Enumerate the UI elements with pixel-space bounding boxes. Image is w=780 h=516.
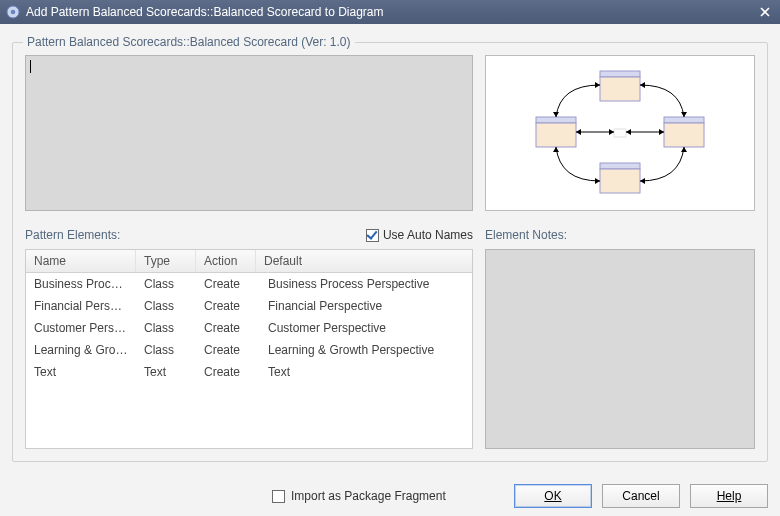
svg-marker-23: [681, 147, 687, 152]
close-icon: [760, 7, 770, 17]
client-area: Pattern Balanced Scorecards::Balanced Sc…: [0, 24, 780, 516]
cell-type: Text: [136, 363, 196, 381]
table-row[interactable]: Financial Perspec…ClassCreateFinancial P…: [26, 295, 472, 317]
element-notes-label: Element Notes:: [485, 228, 755, 242]
svg-marker-24: [640, 178, 645, 184]
svg-marker-13: [609, 129, 614, 135]
text-caret: [30, 60, 31, 73]
svg-marker-19: [640, 82, 645, 88]
window-title: Add Pattern Balanced Scorecards::Balance…: [26, 5, 756, 19]
top-row: [25, 55, 755, 211]
cell-type: Class: [136, 297, 196, 315]
use-auto-names-checkbox[interactable]: Use Auto Names: [366, 228, 473, 242]
svg-rect-7: [536, 123, 576, 147]
table-row[interactable]: Business Process …ClassCreateBusiness Pr…: [26, 273, 472, 295]
svg-rect-4: [600, 163, 640, 169]
cell-type: Class: [136, 341, 196, 359]
cell-default: Text: [256, 363, 472, 381]
cell-name: Learning & Growt…: [26, 341, 136, 359]
svg-rect-3: [600, 77, 640, 101]
svg-marker-16: [659, 129, 664, 135]
pattern-preview: [485, 55, 755, 211]
table-row[interactable]: Customer Perspec…ClassCreateCustomer Per…: [26, 317, 472, 339]
close-button[interactable]: [756, 3, 774, 21]
group-title: Pattern Balanced Scorecards::Balanced Sc…: [23, 35, 355, 49]
ok-button[interactable]: OK: [514, 484, 592, 508]
element-notes-textarea[interactable]: [485, 249, 755, 449]
cancel-button[interactable]: Cancel: [602, 484, 680, 508]
cell-action: Create: [196, 297, 256, 315]
table-row[interactable]: TextTextCreateText: [26, 361, 472, 383]
element-notes-header: Element Notes:: [485, 225, 755, 245]
cell-type: Class: [136, 319, 196, 337]
use-auto-names-label: Use Auto Names: [383, 228, 473, 242]
pattern-elements-section: Pattern Elements: Use Auto Names Name Ty…: [25, 225, 473, 449]
svg-marker-21: [553, 147, 559, 152]
svg-marker-22: [595, 178, 600, 184]
col-name[interactable]: Name: [26, 250, 136, 272]
table-body: Business Process …ClassCreateBusiness Pr…: [26, 273, 472, 448]
cell-name: Business Process …: [26, 275, 136, 293]
svg-rect-8: [664, 117, 704, 123]
cell-name: Customer Perspec…: [26, 319, 136, 337]
import-fragment-label: Import as Package Fragment: [291, 489, 446, 503]
checkbox-icon: [366, 229, 379, 242]
cell-action: Create: [196, 319, 256, 337]
svg-point-1: [11, 10, 16, 15]
svg-marker-15: [626, 129, 631, 135]
cell-default: Learning & Growth Perspective: [256, 341, 472, 359]
description-textarea[interactable]: [25, 55, 473, 211]
col-action[interactable]: Action: [196, 250, 256, 272]
titlebar: Add Pattern Balanced Scorecards::Balance…: [0, 0, 780, 24]
footer: Import as Package Fragment OK Cancel Hel…: [12, 472, 768, 508]
cell-type: Class: [136, 275, 196, 293]
checkbox-icon: [272, 490, 285, 503]
cell-default: Financial Perspective: [256, 297, 472, 315]
import-fragment-checkbox[interactable]: Import as Package Fragment: [272, 489, 446, 503]
table-header: Name Type Action Default: [26, 250, 472, 273]
cell-name: Financial Perspec…: [26, 297, 136, 315]
svg-rect-10: [614, 129, 626, 137]
svg-rect-2: [600, 71, 640, 77]
mid-row: Pattern Elements: Use Auto Names Name Ty…: [25, 225, 755, 449]
pattern-elements-header: Pattern Elements: Use Auto Names: [25, 225, 473, 245]
svg-rect-5: [600, 169, 640, 193]
cell-default: Customer Perspective: [256, 319, 472, 337]
svg-marker-12: [576, 129, 581, 135]
svg-rect-9: [664, 123, 704, 147]
cell-default: Business Process Perspective: [256, 275, 472, 293]
svg-marker-17: [595, 82, 600, 88]
app-icon: [6, 5, 20, 19]
svg-rect-6: [536, 117, 576, 123]
help-button[interactable]: Help: [690, 484, 768, 508]
cell-action: Create: [196, 341, 256, 359]
col-type[interactable]: Type: [136, 250, 196, 272]
pattern-elements-label: Pattern Elements:: [25, 228, 366, 242]
pattern-group: Pattern Balanced Scorecards::Balanced Sc…: [12, 42, 768, 462]
svg-marker-18: [553, 112, 559, 117]
pattern-elements-table[interactable]: Name Type Action Default Business Proces…: [25, 249, 473, 449]
preview-diagram: [500, 63, 740, 203]
svg-marker-20: [681, 112, 687, 117]
col-default[interactable]: Default: [256, 250, 472, 272]
cell-action: Create: [196, 275, 256, 293]
table-row[interactable]: Learning & Growt…ClassCreateLearning & G…: [26, 339, 472, 361]
cell-name: Text: [26, 363, 136, 381]
element-notes-section: Element Notes:: [485, 225, 755, 449]
cell-action: Create: [196, 363, 256, 381]
